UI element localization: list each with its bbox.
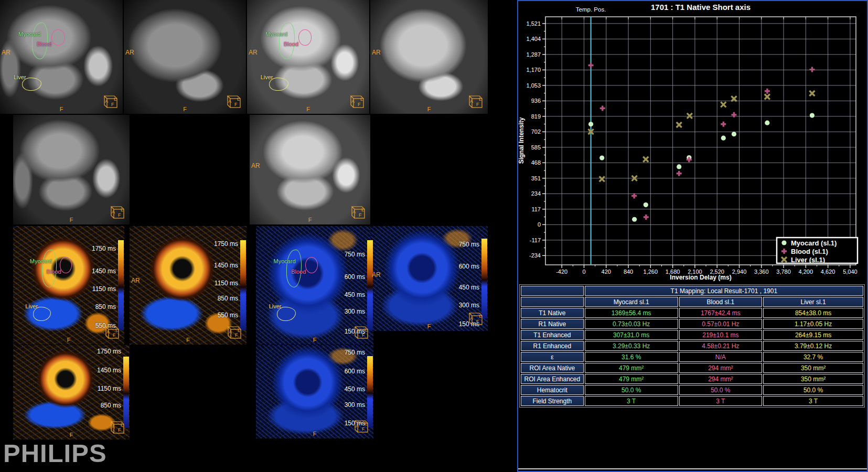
t1-colorbar [123,357,129,428]
value-cell: 3.29±0.33 Hz [585,341,678,351]
orientation-cube-icon: ALF [351,205,367,222]
value-cell: 0.73±0.03 Hz [585,319,678,329]
colorbar-tick-label: 1150 ms [197,280,238,287]
mri-image-r3c4[interactable]: ARFALF750 ms600 ms450 ms300 ms150 ms [370,226,488,331]
t1-mapping-table: T1 Mapping: Local Result-1701 , 1901Myoc… [519,284,865,407]
value-cell: 350 mm² [763,374,863,384]
value-cell: 3.79±0.12 Hz [763,341,863,351]
svg-text:1,287: 1,287 [526,51,541,58]
roi-label-liver: Liver [269,303,282,309]
value-cell: 50.0 % [679,385,763,395]
svg-text:2,940: 2,940 [732,269,747,275]
orientation-cube-icon: ALF [103,94,119,111]
svg-text:A: A [356,423,359,428]
roi-label-myocard: Myocard [18,31,40,37]
roi-label-liver: Liver [14,74,26,80]
svg-text:3,360: 3,360 [754,269,769,275]
value-cell: 1369±56.4 ms [585,308,678,318]
colorbar-tick-label: 450 ms [438,284,479,291]
svg-text:0: 0 [538,221,541,228]
colorbar-tick-label: 1750 ms [197,240,238,248]
colorbar-tick-label: 1450 ms [80,367,121,374]
svg-text:A: A [106,329,110,335]
roi-label-myocard: Myocard [274,258,296,264]
value-cell: 264±9.15 ms [763,330,863,340]
value-cell: 32.7 % [763,352,863,362]
svg-text:A: A [352,209,356,214]
orientation-label-ar: AR [372,271,381,278]
roi-label-liver: Liver [261,74,273,80]
t1-colorbar [240,240,246,330]
y-axis-label: Signal Intensity [518,117,525,164]
row-label: Hematocrit [521,385,584,395]
value-cell: 3 T [585,396,678,406]
svg-text:Myocard (sl.1): Myocard (sl.1) [791,239,837,247]
svg-text:F: F [111,102,114,107]
mri-image-r4c1[interactable]: ARFALF1750 ms1450 ms1150 ms850 ms [13,345,130,439]
mri-image-r1c4[interactable]: ARFALF [370,0,488,114]
orientation-cube-icon: ALF [105,325,121,342]
colorbar-tick-label: 450 ms [324,291,365,298]
colorbar-tick-label: 600 ms [324,273,365,281]
svg-text:A: A [112,209,115,214]
orientation-label-f: F [306,106,310,112]
table-corner-cell [521,286,584,296]
mri-image-r1c3[interactable]: ARFALFMyocardBloodLiver [247,0,369,114]
svg-text:F: F [358,102,361,107]
value-cell: 3 T [679,396,763,406]
t1-colorbar [367,356,373,427]
colorbar-tick-label: 600 ms [324,368,365,375]
table-row: T1 Enhanced307±31.0 ms219±10.1 ms264±9.1… [521,330,863,340]
mri-image-r3c2[interactable]: ARFALF1750 ms1450 ms1150 ms850 ms550 ms [130,226,247,345]
svg-text:L: L [365,421,367,426]
column-header-2: Blood sl.1 [679,297,763,307]
svg-text:L: L [365,327,367,332]
table-row: ROI Area Enhanced479 mm²294 mm²350 mm² [521,374,863,384]
mri-image-r2c3[interactable]: ARFALF [250,115,370,224]
mri-image-r3c3[interactable]: ARFALFMyocardBloodLiver750 ms600 ms450 m… [256,226,373,345]
svg-text:Blood (sl.1): Blood (sl.1) [791,248,828,255]
roi-label-blood: Blood [47,269,61,275]
orientation-label-ar: AR [372,49,381,56]
svg-text:F: F [476,102,479,107]
series-blood-sl-1- [588,63,815,220]
colorbar-tick-label: 1150 ms [80,385,121,392]
svg-text:L: L [238,327,240,332]
series-myocard-sl-1- [588,113,815,221]
svg-text:1,404: 1,404 [526,36,541,42]
table-row: R1 Enhanced3.29±0.33 Hz4.58±0.21 Hz3.79±… [521,341,863,351]
svg-text:L: L [121,422,123,427]
svg-text:L: L [360,96,363,102]
colorbar-tick-label: 600 ms [438,263,479,270]
svg-text:A: A [229,329,232,335]
mri-image-r1c2[interactable]: ARFALF [124,0,246,114]
svg-text:F: F [118,427,121,433]
svg-text:5,040: 5,040 [843,269,858,275]
orientation-label-f: F [67,337,71,343]
mri-image-r4c3[interactable]: ARFALF750 ms600 ms450 ms300 ms150 ms [256,345,373,438]
row-label: ROI Area Native [521,363,584,373]
mri-image-r1c1[interactable]: ARFALFMyocardBloodLiver [0,0,123,114]
value-cell: 479 mm² [585,374,678,384]
table-corner-cell-2 [521,297,584,307]
orientation-label-f: F [183,106,187,112]
orientation-cube-icon: ALF [468,94,484,111]
value-cell: 50.0 % [763,385,863,395]
value-cell: 294 mm² [679,363,763,373]
svg-text:Liver (sl.1): Liver (sl.1) [791,256,825,264]
orientation-cube-icon: ALF [110,205,126,222]
value-cell: 4.58±0.21 Hz [679,341,763,351]
colorbar-tick-label: 750 ms [324,251,365,258]
svg-text:420: 420 [602,269,611,275]
svg-text:234: 234 [531,190,541,197]
orientation-label-ar: AR [131,277,140,284]
row-label: T1 Native [521,308,584,318]
mri-image-r2c1[interactable]: ARFALF [13,115,130,224]
t1-curve-chart[interactable]: -42004208401,2601,6802,1002,5202,9403,36… [518,1,866,284]
svg-text:4,200: 4,200 [799,269,813,275]
t1-recovery-scatter-plot: -42004208401,2601,6802,1002,5202,9403,36… [518,1,866,284]
orientation-cube-icon: ALF [354,325,370,342]
value-cell: 854±38.0 ms [763,308,863,318]
analysis-panel: -42004208401,2601,6802,1002,5202,9403,36… [517,0,868,472]
mri-image-r3c1[interactable]: ARFALFMyocardBloodLiver1750 ms1450 ms115… [13,226,124,345]
